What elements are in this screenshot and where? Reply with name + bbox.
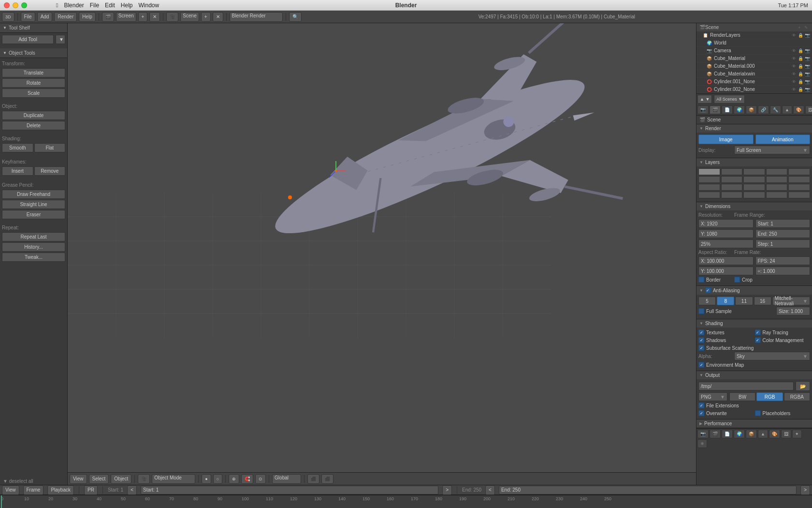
end-prev-btn[interactable]: <	[485, 485, 495, 495]
layer-16[interactable]	[698, 192, 720, 198]
cmx-cam[interactable]: 📷	[804, 72, 810, 76]
aa-filter-select[interactable]: Mitchell-Netravali ▼	[772, 297, 810, 305]
view-mode-toggle[interactable]: 3D	[2, 12, 14, 22]
image-render-button[interactable]: Image	[698, 134, 754, 144]
viewport[interactable]: View Select Object 🎥 Object Mode ● ○ ⊕ 🧲…	[68, 23, 696, 485]
tree-item-cyl001[interactable]: ⭕ Cylinder.001_None 👁 🔒 📷	[696, 78, 812, 86]
cmx-eye[interactable]: 👁	[791, 72, 797, 76]
help-menu[interactable]: Help	[121, 2, 133, 9]
viewport-shading-wire[interactable]: ○	[213, 474, 222, 484]
format-select[interactable]: PNG ▼	[698, 392, 727, 401]
layer-8[interactable]	[743, 176, 765, 183]
cm-lock[interactable]: 🔒	[798, 56, 803, 61]
add-tool-dropdown[interactable]: ▼	[56, 35, 65, 44]
cm2-lock[interactable]: 🔒	[798, 64, 803, 69]
start-field[interactable]: Start: 1	[755, 219, 811, 228]
aspect-y-field[interactable]: Y: 100.000	[698, 267, 754, 275]
layer-3[interactable]	[743, 168, 765, 175]
tree-item-cyl002[interactable]: ⭕ Cylinder.002_None 👁 🔒 📷	[696, 86, 812, 93]
layer-9[interactable]	[766, 176, 788, 183]
bottom-tab-particle[interactable]: ✦	[792, 430, 802, 438]
viewport-icon[interactable]: 🎥	[138, 474, 150, 484]
camera-eye[interactable]: 👁	[791, 48, 797, 53]
maximize-button[interactable]	[21, 2, 27, 8]
straight-line-button[interactable]: Straight Line	[2, 200, 65, 209]
tree-item-renderlayers[interactable]: 📋 RenderLayers 👁 🔒 📷	[696, 31, 812, 39]
end-field[interactable]: End: 250	[755, 229, 811, 238]
render-menu-btn[interactable]: Render	[54, 12, 77, 22]
cm2-cam[interactable]: 📷	[804, 64, 810, 69]
res-x-field[interactable]: X: 1920	[698, 219, 754, 228]
bottom-tab-render[interactable]: 🎬	[710, 430, 721, 438]
layer-2[interactable]	[721, 168, 743, 175]
renderlayers-eye[interactable]: 👁	[791, 33, 797, 38]
bottom-tab-world[interactable]: 🌍	[734, 430, 745, 438]
full-sample-checkbox[interactable]	[698, 308, 704, 314]
scene-remove-btn[interactable]: ✕	[213, 12, 223, 22]
object-tools-header[interactable]: ▼ Object Tools	[0, 48, 67, 58]
camera-lock[interactable]: 🔒	[798, 48, 803, 53]
add-tool-button[interactable]: Add Tool	[2, 35, 54, 44]
close-button[interactable]	[4, 2, 10, 8]
placeholders-checkbox[interactable]	[755, 410, 761, 416]
add-menu-btn[interactable]: Add	[37, 12, 53, 22]
cyl001-eye[interactable]: 👁	[791, 79, 797, 84]
shadows-checkbox[interactable]: ✓	[698, 337, 704, 343]
draw-freehand-button[interactable]: Draw Freehand	[2, 190, 65, 199]
dimensions-header[interactable]: ▼ Dimensions	[696, 202, 812, 210]
size-field[interactable]: Size: 1.000	[776, 307, 810, 315]
aa-btn-16[interactable]: 16	[754, 297, 771, 305]
snap-btn[interactable]: 🧲	[241, 474, 253, 484]
viewport-shading-solid[interactable]: ●	[202, 474, 211, 484]
screen-remove-btn[interactable]: ✕	[149, 12, 160, 22]
smooth-button[interactable]: Smooth	[2, 143, 33, 152]
renderer-select[interactable]: Blender Render	[230, 12, 283, 22]
timeline-playback-menu[interactable]: Playback	[47, 485, 74, 495]
cyl001-cam[interactable]: 📷	[804, 79, 810, 84]
cmx-lock[interactable]: 🔒	[798, 72, 803, 76]
layer-11[interactable]	[698, 184, 720, 191]
cm-cam[interactable]: 📷	[804, 56, 810, 61]
flat-button[interactable]: Flat	[34, 143, 66, 152]
scene-tree-btn2[interactable]: ✎	[803, 25, 809, 30]
layer-17[interactable]	[721, 192, 743, 198]
translate-button[interactable]: Translate	[2, 68, 65, 77]
aa-header[interactable]: ▼ ✓ Anti-Aliasing	[696, 286, 812, 295]
layer-6[interactable]	[698, 176, 720, 183]
repeat-last-button[interactable]: Repeat Last	[2, 232, 65, 241]
layer-15[interactable]	[788, 184, 810, 191]
layer-1-btn[interactable]: ⬛	[307, 474, 319, 484]
tree-item-camera[interactable]: 📷 Camera 👁 🔒 📷	[696, 47, 812, 55]
start-next-btn[interactable]: >	[442, 485, 452, 495]
edit-menu[interactable]: Edit	[105, 2, 115, 9]
global-select[interactable]: Global	[272, 474, 301, 484]
apple-menu[interactable]: 	[56, 2, 58, 9]
pr-btn[interactable]: PR	[84, 485, 98, 495]
percent-field[interactable]: 25%	[698, 239, 754, 248]
layer-14[interactable]	[766, 184, 788, 191]
path-field[interactable]: /tmp/	[698, 382, 794, 390]
cyl002-lock[interactable]: 🔒	[798, 87, 803, 92]
file-menu[interactable]: File	[90, 2, 99, 9]
scale-button[interactable]: Scale	[2, 89, 65, 98]
start-field-tl[interactable]: Start: 1	[141, 486, 438, 494]
viewport-object-menu[interactable]: Object	[111, 474, 131, 484]
color-mgmt-checkbox[interactable]: ✓	[755, 337, 761, 343]
aa-btn-11[interactable]: 11	[735, 297, 753, 305]
tab-object[interactable]: 📦	[746, 105, 757, 114]
layer-18[interactable]	[743, 192, 765, 198]
tab-material[interactable]: 🎨	[793, 105, 804, 114]
layer-7[interactable]	[721, 176, 743, 183]
search-btn[interactable]: 🔍	[289, 12, 302, 22]
bw-btn[interactable]: BW	[729, 392, 755, 401]
scene-tree-btn1[interactable]: +	[797, 25, 802, 30]
tab-world[interactable]: 🌍	[734, 105, 745, 114]
file-menu-btn[interactable]: File	[21, 12, 35, 22]
screen-select[interactable]: Screen	[116, 12, 136, 22]
layer-1[interactable]	[698, 168, 720, 175]
layer-10[interactable]	[788, 176, 810, 183]
scene-icon-btn[interactable]: 🎥	[166, 12, 178, 22]
all-scenes-btn[interactable]: All Scenes ▼	[714, 95, 745, 104]
proportional-btn[interactable]: ⊙	[255, 474, 266, 484]
bottom-tab-layer[interactable]: 📄	[722, 430, 733, 438]
